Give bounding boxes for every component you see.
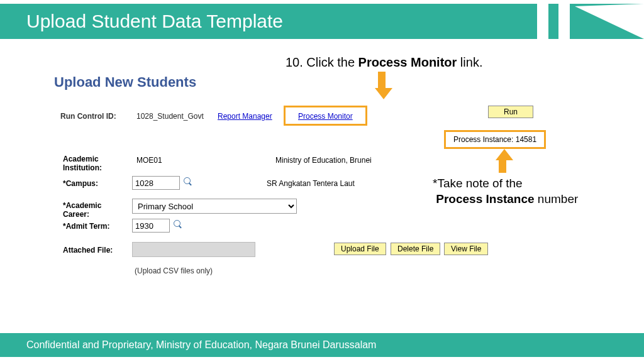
admit-term-label: *Admit Term: xyxy=(63,222,109,231)
attached-file-box xyxy=(132,242,255,257)
page-heading: Upload New Students xyxy=(54,74,196,90)
campus-input[interactable] xyxy=(132,176,180,190)
instruction-bold: Process Monitor xyxy=(358,55,457,69)
admit-term-input[interactable] xyxy=(132,219,170,233)
run-control-value: 1028_Student_Govt xyxy=(136,112,204,121)
instruction-suffix: link. xyxy=(457,55,482,69)
academic-career-select[interactable]: Primary School xyxy=(132,199,297,214)
footer-text: Confidential and Proprietary, Ministry o… xyxy=(0,339,376,351)
note-suffix: number xyxy=(535,192,579,206)
lookup-icon[interactable] xyxy=(174,220,182,231)
run-control-label: Run Control ID: xyxy=(60,112,116,121)
delete-file-button[interactable]: Delete File xyxy=(391,243,440,255)
process-monitor-link-highlight[interactable]: Process Monitor xyxy=(284,106,367,126)
attached-file-label: Attached File: xyxy=(63,246,113,255)
academic-institution-desc: Ministry of Education, Brunei xyxy=(275,156,372,165)
arrow-down-icon xyxy=(375,72,389,99)
academic-institution-label: Academic Institution: xyxy=(63,155,113,172)
header-accent xyxy=(575,4,644,39)
note-text: *Take note of the Process Instance numbe… xyxy=(433,176,578,207)
upload-file-button[interactable]: Upload File xyxy=(334,243,386,255)
report-manager-link[interactable]: Report Manager xyxy=(218,112,272,121)
view-file-button[interactable]: View File xyxy=(444,243,488,255)
run-button[interactable]: Run xyxy=(488,106,533,118)
footer-bar: Confidential and Proprietary, Ministry o… xyxy=(0,333,644,357)
process-instance-value: 14581 xyxy=(516,135,536,144)
header-bar: Upload Student Data Template xyxy=(0,4,644,39)
header-accent xyxy=(537,4,548,39)
magnifier-icon xyxy=(174,220,182,229)
process-instance-highlight: Process Instance: 14581 xyxy=(444,130,546,149)
lookup-icon[interactable] xyxy=(184,177,192,189)
process-monitor-link[interactable]: Process Monitor xyxy=(298,112,353,121)
academic-career-label: *Academic Career: xyxy=(63,201,119,219)
instruction-prefix: 10. Click the xyxy=(286,55,358,69)
instruction-text: 10. Click the Process Monitor link. xyxy=(286,55,482,70)
note-line1: *Take note of the xyxy=(433,177,523,190)
header-accent xyxy=(558,4,570,39)
magnifier-icon xyxy=(184,177,192,186)
note-bold: Process Instance xyxy=(436,192,534,206)
campus-label: *Campus: xyxy=(63,179,98,188)
campus-desc: SR Angkatan Tentera Laut xyxy=(267,179,355,188)
academic-institution-value: MOE01 xyxy=(136,156,162,165)
csv-note: (Upload CSV files only) xyxy=(135,266,213,275)
arrow-up-icon xyxy=(496,149,509,175)
process-instance-label: Process Instance: xyxy=(453,135,513,144)
slide-title: Upload Student Data Template xyxy=(0,11,283,32)
